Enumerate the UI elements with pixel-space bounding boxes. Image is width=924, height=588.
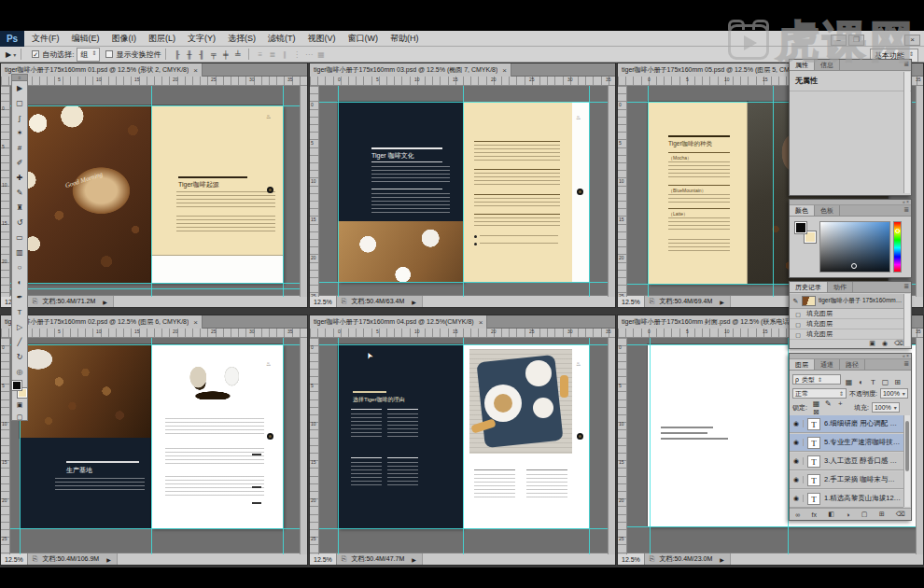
guide[interactable] bbox=[283, 338, 284, 554]
healing-brush-tool[interactable]: ✚ bbox=[17, 171, 23, 186]
history-step[interactable]: ▢ 填充图层 bbox=[790, 329, 903, 340]
zoom-level[interactable]: 12.5% bbox=[1, 553, 28, 565]
menu-item[interactable]: 文件(F) bbox=[32, 33, 60, 45]
tool-preset-dropdown-icon[interactable]: ▾ bbox=[13, 51, 16, 58]
tab-properties[interactable]: 属性 bbox=[790, 60, 815, 70]
hue-slider[interactable] bbox=[893, 221, 902, 273]
guide[interactable] bbox=[1, 288, 307, 289]
blur-tool[interactable]: ○ bbox=[18, 260, 22, 275]
doc-tab-04[interactable]: tiger咖啡小册子175x160mm 04.psd @ 12.5%(CMYK/… bbox=[310, 315, 487, 329]
move-tool[interactable]: ▶ bbox=[17, 81, 22, 96]
menu-item[interactable]: 帮助(H) bbox=[390, 33, 419, 45]
canvas-area[interactable]: 0510152025 Tiger 咖啡文化 ♨ bbox=[310, 86, 615, 297]
lock-icons[interactable]: ▦✎+⊠ bbox=[810, 399, 851, 416]
marquee-tool[interactable]: ▢ bbox=[16, 96, 23, 111]
visibility-eye-icon[interactable]: ◉ bbox=[790, 420, 804, 427]
menu-item[interactable]: 文字(Y) bbox=[188, 33, 216, 45]
adjustment-layer-icon[interactable]: ◑ bbox=[846, 511, 849, 518]
horizontal-scrollbar[interactable] bbox=[422, 296, 615, 307]
align-icon[interactable]: ╪ bbox=[219, 50, 231, 59]
horizontal-scrollbar[interactable] bbox=[117, 553, 307, 565]
quick-selection-tool[interactable]: ✶ bbox=[17, 126, 23, 141]
visibility-eye-icon[interactable]: ◉ bbox=[790, 439, 804, 446]
guide[interactable] bbox=[650, 338, 651, 554]
show-transform-checkbox[interactable] bbox=[105, 50, 113, 58]
vertical-ruler[interactable]: 0510152025 bbox=[310, 86, 319, 297]
history-brush-source-icon[interactable]: ✎ bbox=[790, 298, 802, 305]
vertical-scrollbar[interactable] bbox=[916, 86, 923, 297]
close-panel-icon[interactable]: × bbox=[906, 353, 909, 358]
guide[interactable] bbox=[648, 86, 649, 297]
vertical-scrollbar[interactable] bbox=[916, 338, 923, 554]
vertical-ruler[interactable]: 0510152025 bbox=[1, 86, 10, 297]
guide[interactable] bbox=[1, 283, 307, 284]
guide[interactable] bbox=[283, 86, 284, 297]
toolbar-grip[interactable]: ≡ bbox=[12, 75, 27, 81]
type-layer-thumbnail[interactable]: T bbox=[807, 437, 820, 449]
history-step[interactable]: ▢ 填充图层 bbox=[790, 319, 903, 329]
lock-icon[interactable]: + bbox=[834, 399, 847, 408]
guide[interactable] bbox=[310, 102, 615, 103]
quick-mask-button[interactable]: ▣ bbox=[12, 399, 27, 411]
panel-scrollbar[interactable] bbox=[903, 294, 910, 346]
crop-tool[interactable]: # bbox=[18, 141, 21, 156]
canvas-area[interactable]: 0510152025 选择Tiger咖啡的理由 ➤ bbox=[310, 338, 615, 554]
horizontal-ruler[interactable]: 05101520253035 bbox=[1, 77, 307, 86]
zoom-level[interactable]: 12.5% bbox=[618, 553, 645, 565]
pen-tool[interactable]: ✒ bbox=[17, 290, 23, 305]
path-select-tool[interactable]: ▷ bbox=[17, 320, 22, 335]
tab-paths[interactable]: 路径 bbox=[840, 359, 865, 370]
layer-row[interactable]: ◉ T 3.人工选豆 醇香口感 … bbox=[790, 453, 903, 470]
foreground-color[interactable] bbox=[795, 222, 806, 233]
menu-item[interactable]: 选择(S) bbox=[228, 33, 256, 45]
guide[interactable] bbox=[773, 86, 774, 297]
guide[interactable] bbox=[589, 338, 590, 554]
guide[interactable] bbox=[1, 344, 307, 345]
opacity-combo[interactable]: 100% ▾ bbox=[880, 388, 908, 399]
panel-menu-icon[interactable]: ≣ bbox=[903, 283, 909, 290]
layer-mask-icon[interactable]: ◧ bbox=[828, 511, 834, 518]
zoom-level[interactable]: 12.5% bbox=[310, 553, 337, 565]
guide[interactable] bbox=[1, 105, 307, 106]
status-arrow-icon[interactable]: ▶ bbox=[103, 299, 107, 305]
close-tab-icon[interactable]: × bbox=[193, 66, 198, 75]
restore-button[interactable]: ❐ bbox=[848, 35, 864, 46]
move-tool-icon[interactable]: ▶ bbox=[6, 50, 11, 59]
lock-icon[interactable]: ✎ bbox=[822, 399, 834, 408]
line-tool[interactable]: ╱ bbox=[18, 335, 22, 350]
menu-item[interactable]: 图层(L) bbox=[148, 33, 175, 45]
dodge-tool[interactable]: ◐ bbox=[18, 275, 22, 290]
guide[interactable] bbox=[463, 86, 464, 297]
vertical-scrollbar[interactable] bbox=[608, 86, 615, 297]
layer-row[interactable]: ◉ T 5.专业生产速溶咖啡技… bbox=[790, 434, 903, 452]
guide[interactable] bbox=[589, 86, 590, 297]
doc-tab-02[interactable]: tiger咖啡小册子175x160mm 02.psd @ 12.5% (图层 6… bbox=[1, 315, 203, 329]
vertical-ruler[interactable]: 0510152025 bbox=[618, 338, 627, 554]
layer-filter-icons[interactable]: ▦◐T▢⊞ bbox=[843, 371, 903, 388]
menu-item[interactable]: 图像(I) bbox=[112, 33, 137, 45]
horizontal-scrollbar[interactable] bbox=[422, 553, 615, 565]
doc-tab-03[interactable]: tiger咖啡小册子175x160mm 03.psd @ 12.5% (椭圆 7… bbox=[310, 63, 511, 77]
blend-mode-combo[interactable]: 正常 ⇕ bbox=[792, 388, 847, 399]
auto-select-checkbox[interactable]: ✓ bbox=[32, 50, 39, 58]
gradient-tool[interactable]: ▥ bbox=[16, 245, 23, 260]
doc-tab-cover[interactable]: tiger咖啡小册子175x160mm 封面.psd @ 12.5% (联系电话… bbox=[618, 315, 815, 329]
close-panel-icon[interactable]: × bbox=[906, 199, 909, 204]
type-tool[interactable]: T bbox=[18, 305, 22, 320]
collapse-icon[interactable]: « bbox=[903, 353, 905, 358]
guide[interactable] bbox=[1, 528, 307, 529]
foreground-color[interactable] bbox=[12, 381, 21, 390]
new-doc-from-state-icon[interactable]: ▣ bbox=[869, 340, 875, 347]
canvas-area[interactable]: 0510152025 Good Morning Tiger咖啡起源 ♨ bbox=[1, 86, 307, 297]
close-tab-icon[interactable]: × bbox=[479, 318, 483, 327]
tab-layers[interactable]: 图层 bbox=[790, 359, 815, 370]
history-snapshot-row[interactable]: ✎ tiger咖啡小册子 175x160mm… bbox=[790, 294, 903, 309]
zoom-level[interactable]: 12.5% bbox=[310, 296, 337, 307]
canvas-area[interactable]: 0510152025 生产基地 ♨ bbox=[1, 338, 307, 554]
vertical-ruler[interactable]: 0510152025 bbox=[618, 86, 627, 297]
rotate-view-tool[interactable]: ↻ bbox=[17, 350, 23, 365]
new-group-icon[interactable]: ▢ bbox=[861, 511, 868, 518]
panel-scrollbar[interactable] bbox=[903, 415, 910, 507]
horizontal-scrollbar[interactable] bbox=[730, 553, 923, 565]
layer-filter-combo[interactable]: ρ 类型 ⇕ bbox=[792, 374, 841, 385]
